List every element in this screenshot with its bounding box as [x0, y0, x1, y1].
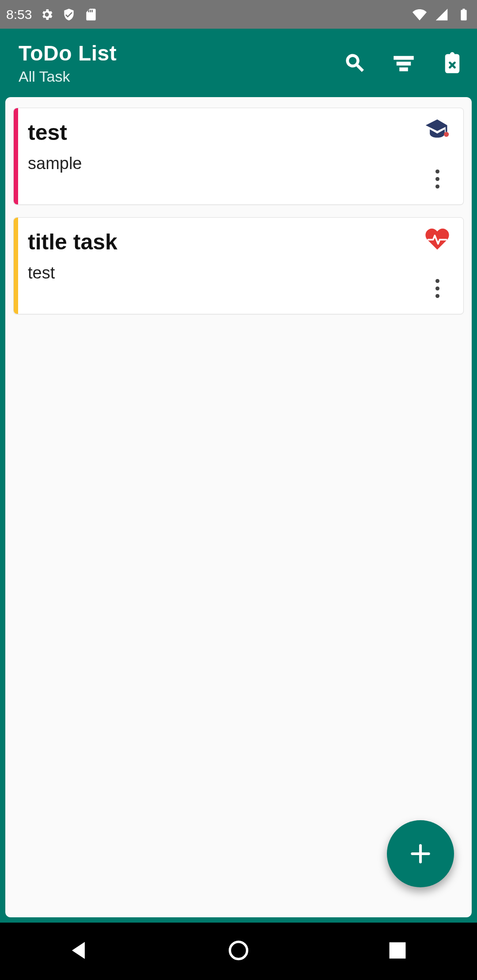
- page-title: ToDo List: [19, 41, 341, 65]
- nav-recent-button[interactable]: [386, 939, 409, 964]
- status-left: 8:53: [6, 7, 98, 22]
- square-recent-icon: [386, 939, 409, 962]
- page-subtitle: All Task: [19, 68, 341, 85]
- shield-icon: [62, 8, 76, 22]
- task-title: title task: [28, 229, 407, 255]
- task-title: test: [28, 120, 407, 145]
- filter-button[interactable]: [390, 49, 418, 77]
- wifi-icon: [413, 8, 427, 22]
- status-time: 8:53: [6, 7, 32, 22]
- task-card-body: title task test: [18, 218, 415, 314]
- svg-point-6: [230, 942, 247, 959]
- task-card-body: test sample: [18, 108, 415, 204]
- triangle-back-icon: [68, 939, 91, 962]
- circle-home-icon: [227, 939, 250, 962]
- task-list[interactable]: test sample: [5, 97, 472, 917]
- status-right: [413, 8, 471, 22]
- nav-home-button[interactable]: [227, 939, 250, 964]
- task-card[interactable]: title task test: [13, 217, 464, 314]
- status-bar: 8:53: [0, 0, 477, 29]
- app-bar-actions: [341, 49, 466, 77]
- task-more-button[interactable]: [424, 161, 450, 196]
- task-note: test: [28, 264, 407, 283]
- priority-stripe: [14, 108, 18, 204]
- screen: 8:53 ToDo List All T: [0, 0, 477, 980]
- svg-rect-0: [394, 56, 413, 59]
- nav-back-button[interactable]: [68, 939, 91, 964]
- clipboard-delete-icon: [441, 52, 464, 75]
- gear-icon: [40, 8, 54, 22]
- svg-rect-2: [400, 68, 407, 71]
- plus-icon: [408, 841, 433, 866]
- add-task-fab[interactable]: [387, 820, 454, 887]
- search-icon: [344, 52, 367, 75]
- task-note: sample: [28, 154, 407, 173]
- task-more-button[interactable]: [424, 271, 450, 306]
- task-card-right: [415, 108, 463, 204]
- svg-rect-1: [397, 62, 410, 65]
- content-wrap: test sample: [0, 97, 477, 923]
- nav-bar: [0, 923, 477, 980]
- sd-card-icon: [84, 8, 98, 22]
- heart-pulse-icon: [424, 226, 450, 252]
- task-card[interactable]: test sample: [13, 108, 464, 205]
- svg-rect-7: [390, 943, 405, 958]
- priority-stripe: [14, 218, 18, 314]
- battery-icon: [457, 8, 471, 22]
- delete-all-button[interactable]: [438, 49, 466, 77]
- task-card-right: [415, 218, 463, 314]
- filter-icon: [392, 52, 415, 75]
- app-bar-titles: ToDo List All Task: [19, 41, 341, 85]
- graduation-cap-icon: [424, 116, 450, 143]
- signal-icon: [435, 8, 449, 22]
- search-button[interactable]: [341, 49, 369, 77]
- svg-point-3: [444, 132, 449, 137]
- app-bar: ToDo List All Task: [0, 29, 477, 97]
